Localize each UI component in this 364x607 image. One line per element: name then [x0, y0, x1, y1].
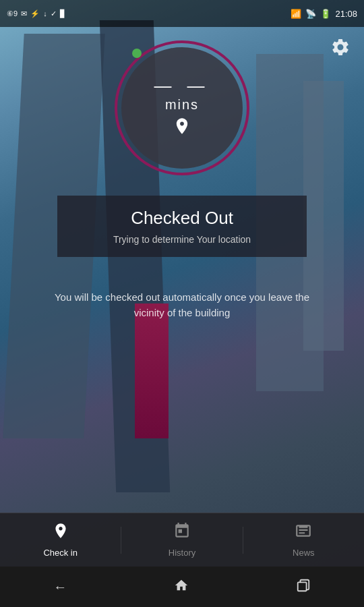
mins-label: mins — [165, 97, 199, 113]
circle-outer-ring: — — mins — [115, 40, 249, 175]
circle-inner: — — mins — [121, 47, 243, 169]
clock: 21:08 — [335, 9, 357, 19]
nav-item-news[interactable]: News — [243, 515, 364, 565]
checked-out-title: Checked Out — [71, 208, 293, 229]
bottom-navigation: Check in History News — [0, 513, 364, 567]
time-dashes: — — — [154, 77, 210, 94]
system-nav-bar: ← — [0, 567, 364, 607]
nav-item-check-in[interactable]: Check in — [0, 515, 121, 565]
news-icon — [295, 522, 312, 544]
status-icon-69: ⑥9 — [7, 9, 18, 18]
news-label: News — [293, 548, 315, 558]
status-icons-left: ⑥9 ✉ ⚡ ↓ ✓ ▊ — [7, 9, 65, 18]
recents-button[interactable] — [282, 571, 324, 603]
status-icons-right: 📶 📡 🔋 21:08 — [291, 9, 357, 19]
banner-shape — [135, 304, 169, 438]
home-button[interactable] — [160, 571, 202, 603]
location-pin-icon — [173, 117, 191, 140]
green-status-dot — [132, 49, 142, 58]
check-in-icon — [52, 522, 69, 544]
wifi-icon: 📶 — [291, 9, 301, 19]
nav-item-history[interactable]: History — [121, 515, 242, 565]
auto-checkout-info: You will be checked out automatically on… — [47, 290, 317, 320]
download-icon: ↓ — [43, 9, 47, 18]
back-button[interactable]: ← — [40, 573, 80, 602]
gear-icon — [330, 37, 351, 57]
signal-icon: 📡 — [305, 9, 316, 19]
check-in-label: Check in — [43, 548, 78, 558]
check-icon: ✓ — [51, 9, 57, 18]
settings-button[interactable] — [327, 34, 354, 61]
checked-out-box: Checked Out Trying to determine Your loc… — [57, 196, 307, 257]
status-circle: — — mins — [115, 40, 249, 175]
history-label: History — [169, 548, 195, 558]
usb-icon: ⚡ — [30, 9, 40, 18]
history-icon — [173, 522, 191, 544]
bars-icon: ▊ — [60, 9, 65, 18]
battery-icon: 🔋 — [320, 9, 331, 19]
svg-rect-0 — [297, 582, 306, 591]
location-status-text: Trying to determine Your location — [71, 234, 293, 245]
email-icon: ✉ — [21, 9, 27, 18]
status-bar: ⑥9 ✉ ⚡ ↓ ✓ ▊ 📶 📡 🔋 21:08 — [0, 0, 364, 27]
